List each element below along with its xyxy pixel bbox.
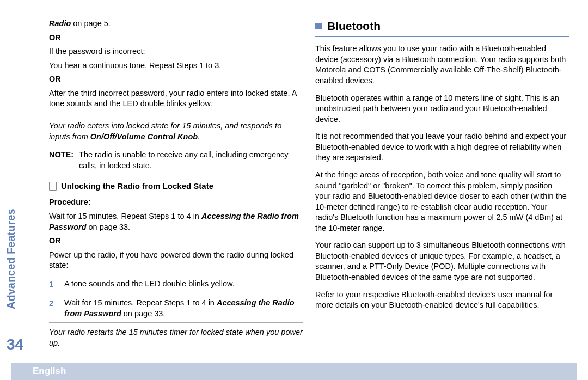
proc1-a: Wait for 15 minutes. Repeat Steps 1 to 4… <box>49 212 201 220</box>
step-1-body: A tone sounds and the LED double blinks … <box>64 279 303 290</box>
note-block: NOTE: The radio is unable to receive any… <box>49 150 303 171</box>
footer-language: English <box>33 365 66 378</box>
step-1-number: 1 <box>49 279 59 290</box>
bt-paragraph-2: Bluetooth operates within a range of 10 … <box>315 93 569 125</box>
right-column: Bluetooth This feature allows you to use… <box>315 19 569 380</box>
two-column-layout: Radio on page 5. OR If the password is i… <box>49 19 569 380</box>
procedure-line-2: Power up the radio, if you have powered … <box>49 250 303 271</box>
locked-note-b: On/Off/Volume Control Knob <box>90 132 198 141</box>
incorrect-password-line: If the password is incorrect: <box>49 46 303 57</box>
proc1-c: on page 33. <box>87 223 131 231</box>
locked-note-c: . <box>198 132 200 141</box>
bluetooth-heading: Bluetooth <box>327 19 381 34</box>
page-content: Advanced Features 34 Radio on page 5. OR… <box>0 0 588 380</box>
bt-paragraph-1: This feature allows you to use your radi… <box>315 44 569 86</box>
subheading-row: Unlocking the Radio from Locked State <box>49 181 303 192</box>
footer-band: English <box>11 363 577 380</box>
radio-ref-tail: on page 5. <box>71 19 111 28</box>
third-incorrect-line: After the third incorrect password, your… <box>49 88 303 109</box>
page-number: 34 <box>7 334 23 355</box>
radio-ref-bold: Radio <box>49 19 71 28</box>
bt-paragraph-3: It is not recommended that you leave you… <box>315 131 569 163</box>
square-bullet-icon <box>315 23 322 29</box>
continuous-tone-line: You hear a continuous tone. Repeat Steps… <box>49 60 303 71</box>
note-body: The radio is unable to receive any call,… <box>79 150 303 171</box>
or-label-1: OR <box>49 33 303 44</box>
side-section-title: Advanced Features <box>4 209 19 309</box>
step-divider <box>49 293 303 293</box>
left-column: Radio on page 5. OR If the password is i… <box>49 19 303 380</box>
document-icon <box>49 182 57 191</box>
step2-a: Wait for 15 minutes. Repeat Steps 1 to 4… <box>64 298 217 307</box>
note-label: NOTE: <box>49 150 79 171</box>
procedure-label: Procedure: <box>49 197 303 208</box>
step-2-row: 2 Wait for 15 minutes. Repeat Steps 1 to… <box>49 298 303 319</box>
radio-ref-line: Radio on page 5. <box>49 19 303 29</box>
step-1-row: 1 A tone sounds and the LED double blink… <box>49 279 303 290</box>
bt-paragraph-5: Your radio can support up to 3 simultane… <box>315 240 569 283</box>
procedure-line-1: Wait for 15 minutes. Repeat Steps 1 to 4… <box>49 211 303 232</box>
unlock-subheading: Unlocking the Radio from Locked State <box>61 181 213 192</box>
bt-paragraph-6: Refer to your respective Bluetooth-enabl… <box>315 290 569 311</box>
bt-paragraph-4: At the fringe areas of reception, both v… <box>315 170 569 234</box>
restart-note: Your radio restarts the 15 minutes timer… <box>49 327 303 348</box>
left-margin: Advanced Features 34 <box>0 19 33 380</box>
divider <box>49 114 303 114</box>
step-2-body: Wait for 15 minutes. Repeat Steps 1 to 4… <box>64 298 303 319</box>
step-divider <box>49 322 303 323</box>
or-label-2: OR <box>49 74 303 85</box>
section-heading-row: Bluetooth <box>315 19 569 37</box>
or-label-3: OR <box>49 236 303 247</box>
locked-state-note: Your radio enters into locked state for … <box>49 121 303 142</box>
step-2-number: 2 <box>49 298 59 319</box>
step2-c: on page 33. <box>121 309 166 318</box>
